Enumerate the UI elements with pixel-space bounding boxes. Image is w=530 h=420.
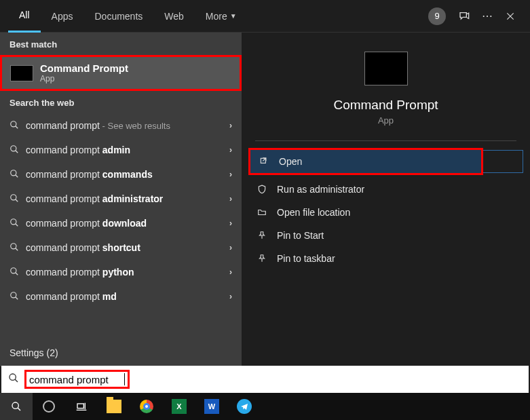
search-icon — [10, 145, 19, 156]
svg-point-9 — [10, 374, 16, 380]
web-suggestion-label: command prompt shortcut — [26, 242, 140, 253]
action-label: Open file location — [277, 207, 350, 218]
web-suggestion-item[interactable]: command prompt - See web results› — [0, 113, 242, 138]
chevron-right-icon: › — [229, 170, 232, 179]
taskbar-search-icon[interactable] — [0, 393, 33, 420]
web-suggestion-label: command prompt commands — [26, 169, 153, 180]
web-suggestion-label: command prompt - See web results — [26, 120, 170, 131]
web-suggestion-label: command prompt administrator — [26, 193, 163, 204]
svg-point-10 — [12, 402, 18, 408]
tab-apps[interactable]: Apps — [41, 0, 84, 33]
web-suggestion-item[interactable]: command prompt administrator› — [0, 187, 242, 211]
action-pin-to-start[interactable]: Pin to Start — [248, 224, 523, 247]
chevron-right-icon: › — [229, 194, 232, 204]
folder-icon — [257, 208, 267, 217]
rewards-badge[interactable]: 9 — [428, 7, 446, 25]
pin-icon — [257, 231, 267, 240]
search-filter-bar: All Apps Documents Web More▼ 9 ⋯ — [0, 0, 530, 33]
command-prompt-icon — [10, 65, 33, 81]
close-icon[interactable] — [499, 5, 522, 28]
tab-documents[interactable]: Documents — [83, 0, 153, 33]
search-icon — [10, 193, 19, 205]
svg-rect-11 — [77, 404, 83, 408]
results-panel: Best match Command Prompt App Search the… — [0, 33, 242, 366]
web-suggestion-item[interactable]: command prompt python› — [0, 260, 242, 284]
command-prompt-icon — [364, 52, 408, 85]
selection-highlight — [483, 150, 523, 173]
svg-point-1 — [11, 145, 16, 151]
divider — [255, 140, 516, 141]
best-match-header: Best match — [0, 33, 242, 55]
settings-results-link[interactable]: Settings (2) — [0, 339, 242, 366]
svg-point-0 — [11, 121, 16, 126]
action-label: Pin to Start — [277, 230, 324, 241]
tab-more[interactable]: More▼ — [195, 0, 248, 33]
svg-point-4 — [11, 218, 16, 224]
svg-point-5 — [11, 243, 16, 248]
action-label: Open — [279, 156, 302, 167]
web-suggestion-item[interactable]: command prompt admin› — [0, 138, 242, 162]
best-match-title: Command Prompt — [40, 62, 128, 74]
search-icon — [8, 373, 19, 386]
web-suggestion-item[interactable]: command prompt download› — [0, 211, 242, 235]
action-label: Run as administrator — [277, 184, 364, 195]
search-icon — [10, 169, 19, 180]
web-suggestion-item[interactable]: command prompt commands› — [0, 162, 242, 187]
search-input[interactable] — [29, 374, 124, 385]
taskbar-file-explorer-icon[interactable] — [98, 393, 130, 420]
action-pin-to-taskbar[interactable]: Pin to taskbar — [248, 247, 523, 270]
detail-type: App — [378, 115, 394, 126]
detail-title: Command Prompt — [333, 98, 438, 113]
chevron-right-icon: › — [229, 292, 232, 301]
options-icon[interactable]: ⋯ — [476, 5, 499, 28]
web-suggestion-item[interactable]: command prompt md› — [0, 284, 242, 309]
taskbar-taskview-icon[interactable] — [65, 393, 98, 420]
search-box[interactable] — [1, 366, 529, 393]
taskbar-excel-icon[interactable]: X — [163, 393, 195, 420]
shield-icon — [257, 185, 267, 194]
feedback-icon[interactable] — [453, 5, 476, 28]
open-icon — [259, 157, 269, 166]
action-run-as-admin[interactable]: Run as administrator — [248, 178, 523, 201]
action-label: Pin to taskbar — [277, 253, 335, 264]
web-suggestion-label: command prompt admin — [26, 145, 130, 155]
search-icon — [10, 267, 19, 278]
actions-list: Open Run as administrator Open file loca… — [242, 148, 530, 270]
action-open-file-location[interactable]: Open file location — [248, 201, 523, 224]
search-icon — [10, 120, 19, 132]
taskbar-word-icon[interactable]: W — [195, 393, 228, 420]
web-suggestion-label: command prompt download — [26, 218, 147, 229]
svg-point-2 — [11, 170, 16, 175]
best-match-item[interactable]: Command Prompt App — [0, 55, 242, 91]
search-icon — [10, 242, 19, 254]
web-suggestions-list: command prompt - See web results›command… — [0, 113, 242, 339]
svg-point-6 — [11, 267, 16, 273]
tab-all[interactable]: All — [8, 0, 41, 33]
search-web-header: Search the web — [0, 91, 242, 113]
web-suggestion-item[interactable]: command prompt shortcut› — [0, 235, 242, 260]
search-icon — [10, 291, 19, 303]
best-match-subtitle: App — [40, 74, 128, 83]
detail-panel: Command Prompt App Open — [242, 33, 530, 366]
pin-icon — [257, 254, 267, 263]
action-open[interactable]: Open — [250, 150, 481, 173]
web-suggestion-label: command prompt python — [26, 267, 134, 278]
chevron-right-icon: › — [229, 218, 232, 228]
chevron-right-icon: › — [229, 121, 232, 130]
taskbar-cortana-icon[interactable] — [33, 393, 65, 420]
taskbar-telegram-icon[interactable] — [228, 393, 261, 420]
chevron-down-icon: ▼ — [230, 12, 237, 20]
taskbar: X W — [0, 393, 530, 420]
chevron-right-icon: › — [229, 243, 232, 252]
svg-point-7 — [11, 292, 16, 297]
web-suggestion-label: command prompt md — [26, 291, 117, 302]
tab-web[interactable]: Web — [153, 0, 195, 33]
svg-point-3 — [11, 194, 16, 199]
chevron-right-icon: › — [229, 267, 232, 277]
chevron-right-icon: › — [229, 145, 232, 155]
taskbar-chrome-icon[interactable] — [130, 393, 163, 420]
text-caret — [124, 373, 125, 385]
search-icon — [10, 218, 19, 229]
